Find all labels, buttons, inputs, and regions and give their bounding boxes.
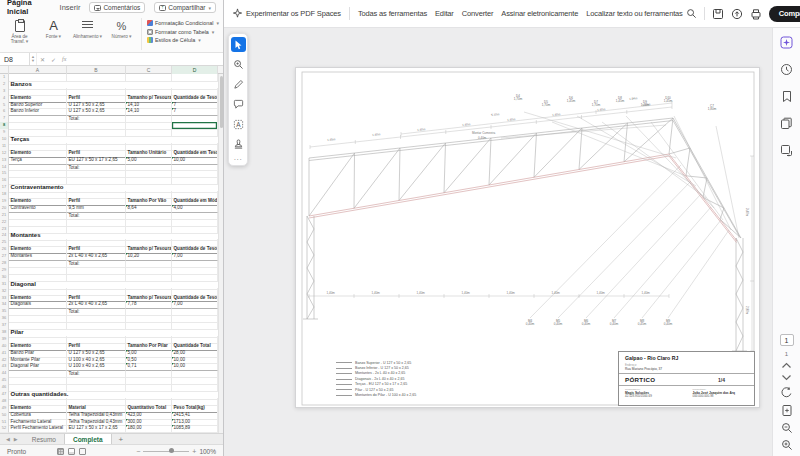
sheet-row: 1 [0, 74, 223, 81]
palette-more-icon[interactable]: ··· [234, 157, 243, 162]
sheet-tab-resumo[interactable]: Resumo [24, 434, 64, 444]
cancel-icon[interactable]: ✕ [37, 56, 48, 63]
zoom-control: − + 100% [136, 448, 216, 455]
sheet-row: 6Banzo InferiorU 127 x 50 x 2,6514,107 [0, 108, 223, 115]
cell-D52[interactable]: 1085,89 [172, 425, 218, 433]
dimension-label: 1,40m [642, 292, 650, 295]
sheet-row: 27Montantes2x L 40 x 40 x 2,6510,207,00 [0, 253, 223, 260]
cell-C52[interactable]: 180,00 [126, 425, 172, 433]
rotate-icon[interactable] [780, 386, 793, 399]
zoom-out-sign[interactable]: − [136, 448, 140, 455]
view-switcher [57, 448, 86, 455]
responsible-id: 42.528.955/1000-69 [625, 395, 687, 399]
excel-share-button[interactable]: Compartilhar [154, 2, 216, 13]
magnifier-plus-icon [233, 59, 244, 70]
zoom-level[interactable]: 100% [199, 448, 216, 455]
cell-A2[interactable]: Banzos [9, 81, 67, 90]
enter-icon[interactable]: ✓ [48, 56, 59, 63]
percent-icon: % [117, 17, 127, 34]
cell-A52[interactable]: Perfil Fechamento Lateral [9, 425, 67, 433]
pdf-share-button[interactable]: Compartilhar [769, 6, 800, 22]
zoom-knob[interactable] [169, 448, 174, 453]
fx-icon[interactable]: fx [59, 56, 69, 62]
fit-page-icon[interactable] [781, 404, 793, 417]
cell-A17[interactable]: Contraventamento [9, 184, 67, 193]
dimension-callout: D51,70m [542, 101, 550, 108]
comment-tool[interactable] [231, 97, 246, 112]
esign-menu[interactable]: Assinar eletronicamente [501, 9, 578, 18]
sheet-row: 49ElementoMaterialQuantitativo TotalPeso… [0, 405, 223, 412]
cell-styles-icon [147, 37, 153, 43]
name-box-stepper[interactable]: ▲▼ [30, 53, 37, 65]
row-number[interactable]: 52 [0, 425, 9, 433]
next-sheet-icon[interactable]: ▶ [14, 436, 18, 442]
normal-view-icon[interactable] [57, 448, 64, 455]
font-group[interactable]: A Fonte [39, 17, 68, 39]
dimension-callout: M50,40m [554, 320, 562, 327]
alignment-group[interactable]: Alinhamento [73, 17, 102, 39]
share-icon [159, 5, 166, 11]
pdf-page[interactable]: D41,70mD51,70mD61,45mD71,70mD81,45mD91,4… [295, 67, 760, 408]
zoom-in-sign[interactable]: + [192, 448, 196, 455]
page-break-icon[interactable] [79, 448, 86, 455]
zoom-tool[interactable] [231, 57, 246, 72]
number-group[interactable]: % Número [107, 17, 136, 39]
next-page-icon[interactable] [781, 374, 792, 381]
spreadsheet-grid[interactable]: 12Banzos34ElementoPerfilTamanho p/ Tesou… [0, 74, 223, 433]
print-icon[interactable] [750, 8, 762, 20]
edit-menu[interactable]: Editar [435, 9, 454, 18]
comment-icon [94, 5, 101, 11]
legend-item: Montantes do Pilar - U 100 x 40 x 2,65 [336, 392, 416, 397]
convert-icon[interactable] [780, 143, 794, 157]
format-table-icon [147, 29, 153, 35]
sheet-row: 30 [0, 274, 223, 281]
conditional-formatting-icon [147, 20, 153, 26]
convert-menu[interactable]: Converter [462, 9, 494, 18]
cell-A31[interactable]: Diagonal [9, 281, 67, 290]
upload-icon[interactable] [731, 8, 743, 20]
pdf-spaces-button[interactable]: Experimentar os PDF Spaces [232, 8, 341, 19]
prev-sheet-icon[interactable]: ◀ [6, 436, 10, 442]
tab-inserir[interactable]: Inserir [60, 1, 81, 14]
clipboard-group[interactable]: Área de Transf. [5, 17, 34, 44]
sheet-tab-completa[interactable]: Completa [64, 434, 112, 444]
draw-tool[interactable] [231, 77, 246, 92]
excel-vertical-scrollbar[interactable] [218, 74, 223, 433]
add-text-tool[interactable]: A [231, 117, 246, 132]
pages-icon[interactable] [780, 116, 794, 130]
stamp-tool[interactable] [231, 137, 246, 152]
zoom-slider[interactable] [143, 451, 189, 452]
clipboard-icon [15, 20, 25, 32]
history-icon[interactable] [780, 62, 794, 76]
comments-button[interactable]: Comentários [89, 2, 145, 13]
address-value: Rua Mariano Procópio, 37 [625, 367, 754, 371]
name-box[interactable]: D8 [0, 53, 30, 65]
zoom-out-icon[interactable] [781, 422, 793, 434]
previous-page-icon[interactable] [781, 362, 792, 369]
cell-styles-button[interactable]: Estilos de Célula [147, 37, 219, 43]
cell-A38[interactable]: Pilar [9, 329, 67, 338]
ai-assistant-icon[interactable] [780, 35, 794, 49]
dimension-callout: M60,40m [582, 320, 590, 327]
zoom-in-icon[interactable] [781, 439, 793, 451]
bookmark-icon[interactable] [780, 89, 794, 103]
add-sheet-button[interactable]: + [112, 434, 131, 444]
page-number-input[interactable]: 1 [780, 334, 794, 346]
cell-A47[interactable]: Outras quantidades. [9, 391, 67, 400]
dimension-label: 3,40m [745, 208, 748, 216]
sheet-row: 9 [0, 129, 223, 136]
sheet-row: 37 [0, 322, 223, 329]
save-icon[interactable] [712, 8, 724, 20]
search-button[interactable]: Localizar texto ou ferramentas [586, 8, 696, 19]
cell-A10[interactable]: Terças [9, 136, 67, 145]
cell-A24[interactable]: Montantes [9, 232, 67, 241]
column-headers: A B C D [0, 66, 223, 74]
format-as-table-button[interactable]: Formatar como Tabela [147, 29, 219, 35]
dimension-callout: D61,45m [567, 97, 575, 104]
select-tool[interactable] [231, 37, 246, 52]
conditional-formatting-button[interactable]: Formatação Condicional [147, 20, 219, 26]
all-tools-menu[interactable]: Todas as ferramentas [358, 9, 427, 18]
cell-B52[interactable]: EU 127 x 50 x 17 x 2,65 [67, 425, 126, 433]
page-layout-icon[interactable] [68, 448, 75, 455]
sheet-nav-arrows[interactable]: ◀ ▶ [0, 434, 24, 444]
